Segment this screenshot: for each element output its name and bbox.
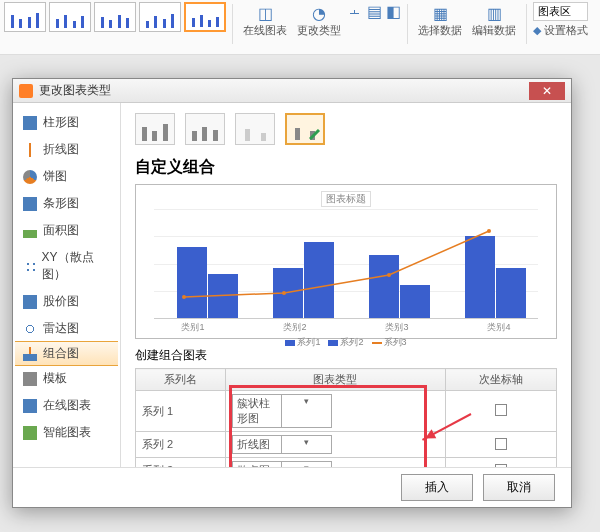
dialog-footer: 插入 取消 [13,467,571,507]
table-row: 系列 1 簇状柱形图▾ [136,391,557,432]
ribbon-preset-1[interactable] [4,2,46,32]
custom-combo-title: 自定义组合 [135,157,557,178]
sidebar-item-pie[interactable]: 饼图 [13,163,120,190]
series-name-cell: 系列 3 [136,458,226,468]
series2-type-dropdown[interactable]: 折线图▾ [232,435,332,454]
app-icon [19,84,33,98]
change-type-button[interactable]: ◔更改类型 [293,2,345,40]
dialog-titlebar: 更改图表类型 ✕ [13,79,571,103]
sidebar-item-smart[interactable]: 智能图表 [13,419,120,446]
dialog-title: 更改图表类型 [39,82,529,99]
online-chart-button[interactable]: ◫在线图表 [239,2,291,40]
svg-point-1 [282,291,286,295]
sidebar-item-scatter[interactable]: XY（散点图） [13,244,120,288]
series1-axis-checkbox[interactable] [495,404,507,416]
ribbon: ◫在线图表 ◔更改类型 ⫠ ▤ ◧ ▦选择数据 ▥编辑数据 图表区 ◆ 设置格式 [0,0,600,55]
chart-type-sidebar: 柱形图 折线图 饼图 条形图 面积图 XY（散点图） 股价图 雷达图 组合图 模… [13,103,121,467]
chart-inner-title: 图表标题 [321,191,371,207]
sidebar-item-line[interactable]: 折线图 [13,136,120,163]
combo-preset-1[interactable] [135,113,175,145]
chart-preview: 图表标题 类别1类别2类别3类别4 系列1 系列2 系列3 [135,184,557,339]
sidebar-item-column[interactable]: 柱形图 [13,109,120,136]
close-button[interactable]: ✕ [529,82,565,100]
chevron-down-icon: ▾ [281,395,331,427]
combo-preset-3[interactable] [235,113,275,145]
chart-line-series [154,209,538,318]
series-name-cell: 系列 1 [136,391,226,432]
sidebar-item-area[interactable]: 面积图 [13,217,120,244]
format-icon: ◆ [533,24,541,37]
select-data-icon: ▦ [433,4,448,23]
chart-plot-area [154,209,538,319]
sidebar-item-stock[interactable]: 股价图 [13,288,120,315]
insert-button[interactable]: 插入 [401,474,473,501]
dialog-main: 自定义组合 图表标题 类别1类别2类别3类别4 系列1 系列2 系列3 [121,103,571,467]
combo-preset-custom[interactable] [285,113,325,145]
combo-preset-row [135,113,557,145]
ribbon-small-icons: ⫠ ▤ ◧ [347,2,401,21]
col-chart-type: 图表类型 [225,369,445,391]
col-series-name: 系列名 [136,369,226,391]
ribbon-preset-2[interactable] [49,2,91,32]
ribbon-preset-3[interactable] [94,2,136,32]
chart-area-dropdown[interactable]: 图表区 [533,2,588,21]
combo-series-table: 系列名 图表类型 次坐标轴 系列 1 簇状柱形图▾ 系列 2 折线图▾ 系列 3… [135,368,557,467]
set-format-button[interactable]: ◆ 设置格式 [533,23,588,38]
table-row: 系列 2 折线图▾ [136,432,557,458]
chart-x-labels: 类别1类别2类别3类别4 [142,321,550,334]
series3-axis-checkbox[interactable] [495,464,507,468]
create-combo-label: 创建组合图表 [135,347,557,364]
edit-data-button[interactable]: ▥编辑数据 [468,2,520,40]
cancel-button[interactable]: 取消 [483,474,555,501]
combo-preset-2[interactable] [185,113,225,145]
select-data-button[interactable]: ▦选择数据 [414,2,466,40]
online-chart-icon: ◫ [258,4,273,23]
sidebar-item-radar[interactable]: 雷达图 [13,315,120,342]
col-secondary-axis: 次坐标轴 [445,369,556,391]
svg-point-3 [487,229,491,233]
label-icon[interactable]: ◧ [386,2,401,21]
table-row: 系列 3 散点图▾ [136,458,557,468]
change-chart-type-dialog: 更改图表类型 ✕ 柱形图 折线图 饼图 条形图 面积图 XY（散点图） 股价图 … [12,78,572,508]
sidebar-item-bar[interactable]: 条形图 [13,190,120,217]
sidebar-item-template[interactable]: 模板 [13,365,120,392]
ribbon-preset-5[interactable] [184,2,226,32]
chevron-down-icon: ▾ [281,436,331,453]
chart-legend: 系列1 系列2 系列3 [142,336,550,349]
change-type-icon: ◔ [312,4,326,23]
series1-type-dropdown[interactable]: 簇状柱形图▾ [232,394,332,428]
ribbon-chart-presets [4,2,226,32]
svg-point-0 [182,295,186,299]
series3-type-dropdown[interactable]: 散点图▾ [232,461,332,467]
edit-data-icon: ▥ [487,4,502,23]
sidebar-item-online[interactable]: 在线图表 [13,392,120,419]
ribbon-preset-4[interactable] [139,2,181,32]
series2-axis-checkbox[interactable] [495,438,507,450]
axis-icon[interactable]: ⫠ [347,2,363,21]
svg-point-2 [387,273,391,277]
gridline-icon[interactable]: ▤ [367,2,382,21]
chevron-down-icon: ▾ [281,462,331,467]
series-name-cell: 系列 2 [136,432,226,458]
sidebar-item-combo[interactable]: 组合图 [15,341,118,366]
